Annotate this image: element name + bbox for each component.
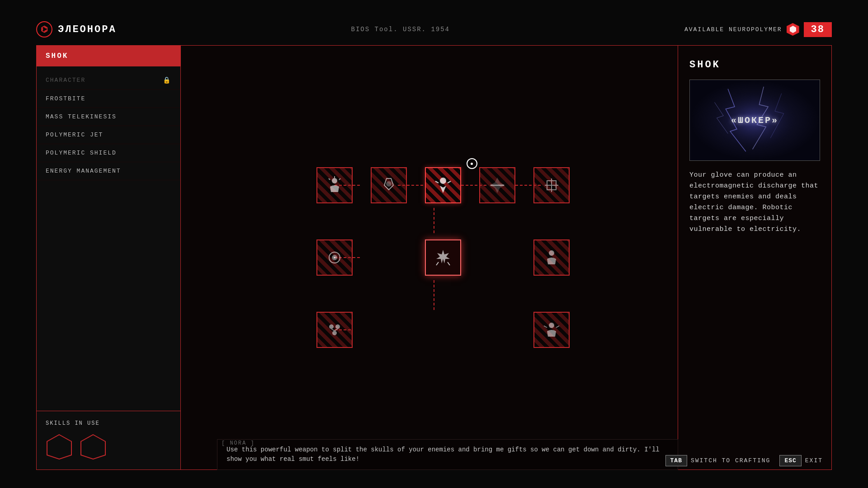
sidebar-active[interactable]: SHOK (37, 46, 180, 66)
neuropolymer-count: 38 (804, 22, 832, 37)
skill-image: «ШОКЕР» (689, 80, 820, 161)
nora-label: [ NORA ] (222, 440, 255, 446)
skill-slots (46, 433, 171, 460)
sidebar-item-polymeric-shield[interactable]: POLYMERIC SHIELD (37, 144, 180, 162)
svg-line-17 (435, 181, 439, 183)
right-panel-title: SHOK (689, 59, 820, 70)
svg-point-26 (549, 250, 554, 256)
skill-node-3-1[interactable] (316, 312, 353, 348)
svg-marker-1 (47, 435, 71, 459)
exit-label: EXIT (805, 457, 823, 464)
cursor-circle (467, 158, 477, 169)
svg-point-15 (387, 182, 391, 186)
lock-icon: 🔒 (163, 76, 171, 84)
skills-in-use-label: SKILLS IN USE (46, 420, 171, 427)
cursor-dot (471, 163, 473, 165)
svg-line-14 (339, 178, 340, 180)
svg-line-25 (448, 262, 450, 265)
svg-line-31 (335, 329, 338, 331)
svg-line-33 (544, 326, 547, 328)
svg-point-28 (335, 324, 340, 329)
skill-node-2-1[interactable] (316, 239, 353, 276)
speech-panel: Use this powerful weapon to split the sk… (217, 439, 678, 470)
sidebar-item-polymeric-jet[interactable]: POLYMERIC JET (37, 126, 180, 144)
skill-grid (294, 145, 565, 371)
skill-tree-area (181, 45, 678, 470)
sidebar-item-mass-telekinesis-label: MASS TELEKINESIS (46, 113, 117, 120)
skill-node-2-3[interactable] (533, 239, 570, 276)
skill-description: Your glove can produce an electromagneti… (689, 170, 820, 235)
right-panel: SHOK (678, 45, 832, 470)
sidebar-item-frostbite-label: FROSTBITE (46, 95, 85, 102)
skill-node-1-2[interactable] (371, 167, 407, 203)
skill-node-1-1[interactable] (316, 167, 353, 203)
tab-key: TAB (665, 455, 687, 466)
logo-icon: ⌬ (36, 21, 52, 38)
neuropolymer-icon (787, 23, 799, 36)
svg-point-16 (440, 178, 446, 184)
esc-key: ESC (779, 455, 801, 466)
svg-marker-2 (81, 435, 105, 459)
skill-node-2-2[interactable] (425, 239, 461, 276)
skill-node-1-4[interactable] (479, 167, 515, 203)
skill-node-3-2[interactable] (533, 312, 570, 348)
skill-node-1-3[interactable] (425, 167, 461, 203)
svg-point-23 (334, 257, 335, 258)
esc-exit-button[interactable]: ESC EXIT (779, 455, 823, 466)
top-bar: ⌬ ЭЛЕОНОРА BIOS Tool. USSR. 1954 AVAILAB… (36, 18, 832, 41)
svg-point-29 (332, 331, 337, 335)
main-layout: SHOK CHARACTER 🔒 FROSTBITE MASS TELEKINE… (36, 45, 832, 470)
bottom-controls: TAB SWITCH TO CRAFTING ESC EXIT (665, 455, 823, 466)
game-ui: ⌬ ЭЛЕОНОРА BIOS Tool. USSR. 1954 AVAILAB… (0, 0, 868, 488)
skill-node-1-5[interactable] (533, 167, 570, 203)
sidebar-item-character-label: CHARACTER (46, 77, 85, 84)
tab-crafting-button[interactable]: TAB SWITCH TO CRAFTING (665, 455, 771, 466)
sidebar-item-frostbite[interactable]: FROSTBITE (37, 90, 180, 108)
sidebar-item-energy-management-label: ENERGY MANAGEMENT (46, 168, 121, 174)
svg-line-18 (448, 181, 451, 183)
sidebar: SHOK CHARACTER 🔒 FROSTBITE MASS TELEKINE… (36, 45, 181, 470)
sidebar-bottom: SKILLS IN USE (37, 411, 180, 469)
svg-line-24 (436, 262, 439, 265)
svg-point-32 (549, 323, 554, 328)
svg-point-27 (329, 324, 334, 329)
sidebar-item-mass-telekinesis[interactable]: MASS TELEKINESIS (37, 108, 180, 126)
logo-text: ЭЛЕОНОРА (58, 24, 117, 35)
speech-text: Use this powerful weapon to split the sk… (226, 446, 660, 463)
sidebar-item-polymeric-jet-label: POLYMERIC JET (46, 131, 103, 138)
skill-slot-1[interactable] (46, 433, 73, 460)
neuropolymer-area: AVAILABLE NEUROPOLYMER 38 (684, 22, 832, 37)
svg-marker-0 (790, 26, 796, 33)
sidebar-item-energy-management[interactable]: ENERGY MANAGEMENT (37, 162, 180, 180)
svg-line-13 (329, 178, 330, 180)
sidebar-menu: CHARACTER 🔒 FROSTBITE MASS TELEKINESIS P… (37, 66, 180, 411)
sidebar-item-character[interactable]: CHARACTER 🔒 (37, 71, 180, 90)
skill-image-label: «ШОКЕР» (731, 115, 778, 126)
sidebar-item-polymeric-shield-label: POLYMERIC SHIELD (46, 150, 117, 156)
svg-line-30 (331, 329, 335, 331)
skill-slot-2[interactable] (80, 433, 107, 460)
logo-area: ⌬ ЭЛЕОНОРА (36, 21, 117, 38)
bios-title: BIOS Tool. USSR. 1954 (351, 26, 450, 33)
neuropolymer-label: AVAILABLE NEUROPOLYMER (684, 26, 782, 33)
svg-line-34 (556, 326, 559, 328)
svg-point-11 (332, 178, 337, 183)
switch-crafting-label: SWITCH TO CRAFTING (691, 457, 770, 464)
